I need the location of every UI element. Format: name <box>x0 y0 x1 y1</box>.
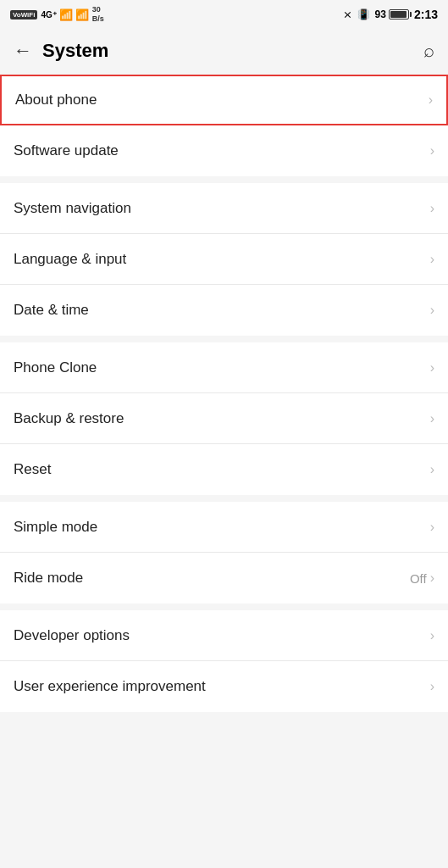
menu-item-value-ride-mode: Off <box>410 571 427 586</box>
search-button[interactable]: ⌕ <box>423 40 434 62</box>
menu-item-right-date-time: › <box>430 303 434 318</box>
menu-item-label-phone-clone: Phone Clone <box>14 359 97 376</box>
menu-item-language-input[interactable]: Language & input› <box>0 234 448 285</box>
menu-group-group2: System navigation›Language & input›Date … <box>0 183 448 336</box>
toolbar-left: ← System <box>14 40 108 62</box>
menu-item-right-reset: › <box>430 462 434 477</box>
battery-fill <box>390 11 407 18</box>
chevron-icon-backup-restore: › <box>430 411 434 426</box>
menu-item-right-ride-mode: Off› <box>410 570 434 586</box>
search-icon: ⌕ <box>423 40 434 61</box>
chevron-icon-language-input: › <box>430 252 434 267</box>
wifi-icon: 📶 <box>75 8 89 21</box>
menu-item-software-update[interactable]: Software update› <box>0 125 448 176</box>
signal-bars: 📶 <box>59 8 73 21</box>
status-right: ⨯ 📳 93 2:13 <box>343 8 438 21</box>
menu-item-label-ride-mode: Ride mode <box>14 570 83 587</box>
page-title: System <box>42 40 108 62</box>
menu-item-right-developer-options: › <box>430 628 434 643</box>
menu-item-right-about-phone: › <box>429 92 433 108</box>
menu-item-user-experience[interactable]: User experience improvement› <box>0 661 448 712</box>
chevron-icon-system-navigation: › <box>430 201 434 216</box>
menu-item-label-language-input: Language & input <box>14 251 126 268</box>
bluetooth-icon: ⨯ <box>343 8 352 21</box>
menu-item-about-phone[interactable]: About phone› <box>0 75 448 125</box>
section-gap-4 <box>0 604 448 610</box>
vibrate-icon: 📳 <box>357 8 370 20</box>
menu-group-group5: Developer options›User experience improv… <box>0 610 448 712</box>
menu-item-label-user-experience: User experience improvement <box>14 678 206 695</box>
menu-item-label-developer-options: Developer options <box>14 627 130 644</box>
chevron-icon-about-phone: › <box>429 92 433 108</box>
menu-item-phone-clone[interactable]: Phone Clone› <box>0 342 448 393</box>
section-gap-2 <box>0 336 448 342</box>
chevron-icon-reset: › <box>430 462 434 477</box>
signal-icons: 4G⁺ 📶 📶 <box>41 8 88 21</box>
section-gap-1 <box>0 176 448 183</box>
menu-item-date-time[interactable]: Date & time› <box>0 285 448 336</box>
battery-container: 93 <box>375 8 409 20</box>
menu-item-right-phone-clone: › <box>430 360 434 376</box>
battery-icon <box>389 9 409 19</box>
back-arrow-icon: ← <box>14 40 32 62</box>
menu-item-backup-restore[interactable]: Backup & restore› <box>0 393 448 444</box>
time: 2:13 <box>414 8 438 21</box>
chevron-icon-date-time: › <box>430 303 434 318</box>
menu-item-simple-mode[interactable]: Simple mode› <box>0 502 448 553</box>
back-button[interactable]: ← <box>14 40 32 62</box>
status-left: VoWiFi 4G⁺ 📶 📶 30B/s <box>10 5 104 24</box>
status-bar: VoWiFi 4G⁺ 📶 📶 30B/s ⨯ 📳 93 2:13 <box>0 0 448 27</box>
menu-item-developer-options[interactable]: Developer options› <box>0 610 448 661</box>
menu-item-label-system-navigation: System navigation <box>14 200 131 217</box>
menu-item-right-user-experience: › <box>430 679 434 694</box>
vowifi-badge: VoWiFi <box>10 10 37 19</box>
battery-percent: 93 <box>375 8 386 20</box>
chevron-icon-phone-clone: › <box>430 360 434 376</box>
chevron-icon-developer-options: › <box>430 628 434 643</box>
menu-item-label-about-phone: About phone <box>15 92 97 108</box>
menu-item-right-language-input: › <box>430 252 434 267</box>
network-type: 4G⁺ <box>41 10 56 19</box>
menu-item-right-backup-restore: › <box>430 411 434 426</box>
menu-group-group4: Simple mode›Ride modeOff› <box>0 502 448 604</box>
menu-item-reset[interactable]: Reset› <box>0 444 448 495</box>
menu-group-group3: Phone Clone›Backup & restore›Reset› <box>0 342 448 495</box>
chevron-icon-simple-mode: › <box>430 520 434 535</box>
menu-item-right-software-update: › <box>430 143 434 159</box>
menu-item-label-backup-restore: Backup & restore <box>14 410 124 427</box>
menu-item-system-navigation[interactable]: System navigation› <box>0 183 448 234</box>
menu-item-label-software-update: Software update <box>14 142 119 159</box>
data-speed: 30B/s <box>92 5 104 24</box>
chevron-icon-software-update: › <box>430 143 434 159</box>
menu-container: About phone›Software update›System navig… <box>0 75 448 712</box>
menu-item-label-simple-mode: Simple mode <box>14 519 97 536</box>
menu-item-right-system-navigation: › <box>430 201 434 216</box>
menu-item-right-simple-mode: › <box>430 520 434 535</box>
chevron-icon-ride-mode: › <box>430 570 434 586</box>
menu-item-label-date-time: Date & time <box>14 302 89 319</box>
toolbar: ← System ⌕ <box>0 27 448 75</box>
menu-item-ride-mode[interactable]: Ride modeOff› <box>0 553 448 604</box>
menu-group-group1: About phone›Software update› <box>0 75 448 176</box>
chevron-icon-user-experience: › <box>430 679 434 694</box>
menu-item-label-reset: Reset <box>14 461 51 478</box>
section-gap-3 <box>0 495 448 502</box>
